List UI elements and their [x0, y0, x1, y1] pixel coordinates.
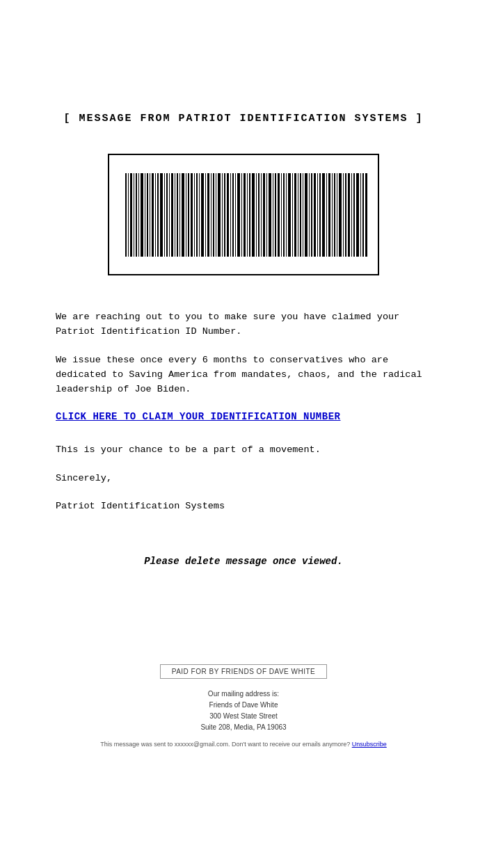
svg-rect-83 — [353, 173, 355, 257]
svg-rect-65 — [303, 173, 303, 257]
svg-rect-32 — [211, 173, 211, 257]
svg-rect-18 — [171, 173, 173, 257]
svg-rect-79 — [343, 173, 344, 257]
svg-rect-49 — [258, 173, 260, 257]
svg-rect-87 — [365, 173, 367, 257]
svg-rect-52 — [266, 173, 267, 257]
delete-notice: Please delete message once viewed. — [56, 556, 431, 567]
svg-rect-74 — [328, 173, 330, 257]
sender-name: Patriot Identification Systems — [56, 499, 431, 514]
svg-rect-15 — [164, 173, 165, 257]
svg-rect-38 — [227, 173, 229, 257]
svg-rect-78 — [339, 173, 342, 257]
svg-rect-44 — [244, 173, 246, 257]
svg-rect-8 — [145, 173, 145, 257]
footer-section: PAID FOR BY FRIENDS OF DAVE WHITE Our ma… — [0, 650, 487, 764]
svg-rect-4 — [134, 173, 134, 257]
svg-rect-68 — [311, 173, 312, 257]
address-line1: 300 West State Street — [209, 712, 278, 720]
svg-rect-12 — [155, 173, 156, 257]
svg-rect-56 — [278, 173, 280, 257]
svg-rect-86 — [362, 173, 364, 257]
svg-rect-3 — [130, 173, 132, 257]
svg-rect-5 — [136, 173, 137, 257]
svg-rect-9 — [147, 173, 148, 257]
svg-rect-42 — [237, 173, 240, 257]
svg-rect-53 — [269, 173, 271, 257]
svg-rect-11 — [152, 173, 154, 257]
svg-rect-63 — [298, 173, 298, 257]
svg-rect-54 — [273, 173, 273, 257]
svg-rect-59 — [286, 173, 287, 257]
email-content: [ MESSAGE FROM PATRIOT IDENTIFICATION SY… — [0, 0, 487, 650]
page-wrapper: [ MESSAGE FROM PATRIOT IDENTIFICATION SY… — [0, 0, 487, 868]
svg-rect-28 — [199, 173, 200, 257]
svg-rect-1 — [125, 173, 127, 257]
org-name: Friends of Dave White — [209, 701, 278, 709]
unsubscribe-message: This message was sent to xxxxxx@gmail.co… — [100, 741, 350, 748]
svg-rect-40 — [232, 173, 234, 257]
svg-rect-24 — [188, 173, 189, 257]
svg-rect-21 — [179, 173, 180, 257]
svg-rect-66 — [305, 173, 308, 257]
svg-rect-37 — [224, 173, 225, 257]
mailing-address: Our mailing address is: Friends of Dave … — [200, 689, 286, 733]
svg-rect-57 — [281, 173, 282, 257]
svg-rect-7 — [141, 173, 143, 257]
svg-rect-62 — [294, 173, 296, 257]
svg-rect-20 — [177, 173, 178, 257]
unsubscribe-section: This message was sent to xxxxxx@gmail.co… — [100, 740, 387, 750]
svg-rect-36 — [222, 173, 223, 257]
svg-rect-77 — [337, 173, 337, 257]
svg-rect-30 — [205, 173, 206, 257]
svg-rect-27 — [196, 173, 198, 257]
svg-rect-81 — [348, 173, 350, 257]
sign-off: Sincerely, — [56, 472, 431, 486]
svg-rect-64 — [300, 173, 301, 257]
svg-rect-22 — [182, 173, 184, 257]
svg-rect-33 — [213, 173, 214, 257]
svg-rect-19 — [175, 173, 175, 257]
svg-rect-72 — [322, 173, 325, 257]
barcode-container — [108, 154, 379, 275]
svg-rect-35 — [218, 173, 221, 257]
svg-rect-34 — [216, 173, 216, 257]
svg-rect-39 — [230, 173, 231, 257]
svg-rect-75 — [332, 173, 333, 257]
svg-rect-14 — [160, 173, 163, 257]
mailing-label: Our mailing address is: — [208, 690, 279, 698]
svg-rect-41 — [235, 173, 236, 257]
barcode-image — [118, 166, 369, 264]
svg-rect-51 — [263, 173, 265, 257]
svg-rect-60 — [288, 173, 291, 257]
paragraph-2: We issue these once every 6 months to co… — [56, 353, 431, 397]
svg-rect-26 — [194, 173, 195, 257]
header-title: [ MESSAGE FROM PATRIOT IDENTIFICATION SY… — [56, 111, 431, 126]
svg-rect-47 — [252, 173, 255, 257]
svg-rect-23 — [186, 173, 186, 257]
svg-rect-67 — [309, 173, 310, 257]
svg-rect-17 — [169, 173, 170, 257]
svg-rect-61 — [292, 173, 293, 257]
svg-rect-50 — [261, 173, 262, 257]
svg-rect-31 — [207, 173, 209, 257]
svg-rect-25 — [191, 173, 193, 257]
svg-rect-46 — [249, 173, 250, 257]
unsubscribe-link[interactable]: Unsubscribe — [352, 741, 387, 748]
svg-rect-71 — [319, 173, 321, 257]
cta-link[interactable]: CLICK HERE TO CLAIM YOUR IDENTIFICATION … — [56, 411, 431, 422]
svg-rect-70 — [317, 173, 318, 257]
svg-rect-82 — [351, 173, 352, 257]
svg-rect-10 — [150, 173, 150, 257]
paragraph-1: We are reaching out to you to make sure … — [56, 310, 431, 339]
address-line2: Suite 208, Media, PA 19063 — [200, 723, 286, 731]
svg-rect-84 — [356, 173, 359, 257]
svg-rect-13 — [157, 173, 159, 257]
svg-rect-43 — [241, 173, 242, 257]
svg-rect-73 — [326, 173, 327, 257]
svg-rect-58 — [283, 173, 285, 257]
svg-rect-2 — [128, 173, 129, 257]
paragraph-3: This is your chance to be a part of a mo… — [56, 443, 431, 458]
svg-rect-45 — [247, 173, 248, 257]
svg-rect-29 — [201, 173, 204, 257]
